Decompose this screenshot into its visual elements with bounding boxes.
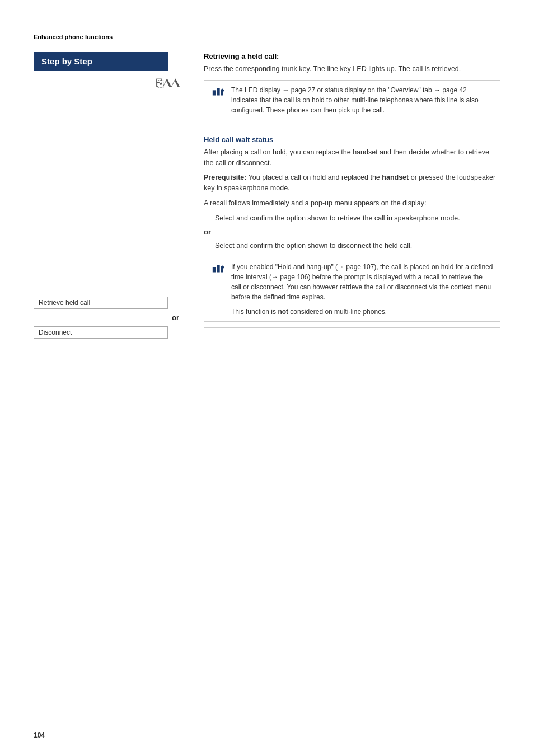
retrieving-section: Retrieving a held call: Press the corres… bbox=[204, 52, 500, 126]
info-icon-2 bbox=[210, 262, 226, 275]
phone-icon: ⎘𝚫𝚫 bbox=[156, 76, 179, 91]
held-call-body2: A recall follows immediately and a pop-u… bbox=[204, 198, 500, 209]
info-text-p2: This function is not considered on multi… bbox=[231, 307, 494, 317]
or-label: or bbox=[34, 313, 190, 322]
info-svg-2 bbox=[212, 263, 224, 275]
rule-2 bbox=[204, 327, 500, 328]
svg-rect-4 bbox=[213, 267, 216, 272]
info-icon-1 bbox=[210, 85, 226, 98]
disconnect-text-row: Select and confirm the option shown to d… bbox=[204, 241, 500, 251]
rule-1 bbox=[204, 126, 500, 126]
held-call-body1: After placing a call on hold, you can re… bbox=[204, 147, 500, 168]
retrieve-text: Select and confirm the option shown to r… bbox=[204, 213, 500, 224]
retrieve-held-call-label: Retrieve held call bbox=[34, 297, 168, 309]
left-spacer-1 bbox=[34, 95, 190, 297]
retrieving-title: Retrieving a held call: bbox=[204, 52, 500, 60]
disconnect-text: Select and confirm the option shown to d… bbox=[204, 241, 500, 251]
page-number: 104 bbox=[34, 731, 45, 739]
held-call-title: Held call wait status bbox=[204, 135, 500, 144]
disconnect-row: Disconnect bbox=[34, 326, 190, 339]
section-header: Enhanced phone functions bbox=[34, 34, 500, 43]
svg-rect-1 bbox=[217, 88, 220, 95]
right-column: Retrieving a held call: Press the corres… bbox=[190, 52, 500, 339]
retrieve-text-row: Select and confirm the option shown to r… bbox=[204, 213, 500, 224]
phone-icon-area: ⎘𝚫𝚫 bbox=[34, 76, 190, 91]
retrieving-info-text: The LED display → page 27 or status disp… bbox=[231, 85, 494, 115]
svg-marker-3 bbox=[222, 88, 224, 91]
disconnect-label: Disconnect bbox=[34, 326, 168, 339]
left-divider bbox=[190, 52, 190, 339]
held-call-info-text: If you enabled "Hold and hang-up" (→ pag… bbox=[231, 262, 494, 317]
not-text: not bbox=[278, 308, 288, 316]
svg-marker-7 bbox=[222, 265, 224, 269]
retrieving-info-box: The LED display → page 27 or status disp… bbox=[204, 80, 500, 120]
svg-rect-5 bbox=[217, 265, 220, 273]
left-column: Step by Step ⎘𝚫𝚫 Retrieve held call or D… bbox=[34, 52, 190, 339]
retrieving-body: Press the corresponding trunk key. The l… bbox=[204, 64, 500, 74]
held-call-section: Held call wait status After placing a ca… bbox=[204, 135, 500, 328]
retrieve-held-call-row: Retrieve held call bbox=[34, 297, 190, 309]
held-call-info-box: If you enabled "Hold and hang-up" (→ pag… bbox=[204, 257, 500, 322]
info-text-p1: If you enabled "Hold and hang-up" (→ pag… bbox=[231, 262, 494, 302]
step-by-step-box: Step by Step bbox=[34, 52, 168, 71]
prereq-content: You placed a call on hold and replaced t… bbox=[249, 173, 382, 181]
prereq-handset: handset bbox=[382, 173, 409, 181]
prereq-bold: Prerequisite: bbox=[204, 173, 246, 181]
page: Enhanced phone functions Step by Step ⎘𝚫… bbox=[0, 0, 534, 756]
content-wrapper: Step by Step ⎘𝚫𝚫 Retrieve held call or D… bbox=[34, 52, 500, 339]
info-svg-1 bbox=[212, 86, 224, 98]
prereq-text: Prerequisite: You placed a call on hold … bbox=[204, 172, 500, 194]
or-text: or bbox=[204, 228, 500, 236]
svg-rect-0 bbox=[213, 90, 216, 95]
